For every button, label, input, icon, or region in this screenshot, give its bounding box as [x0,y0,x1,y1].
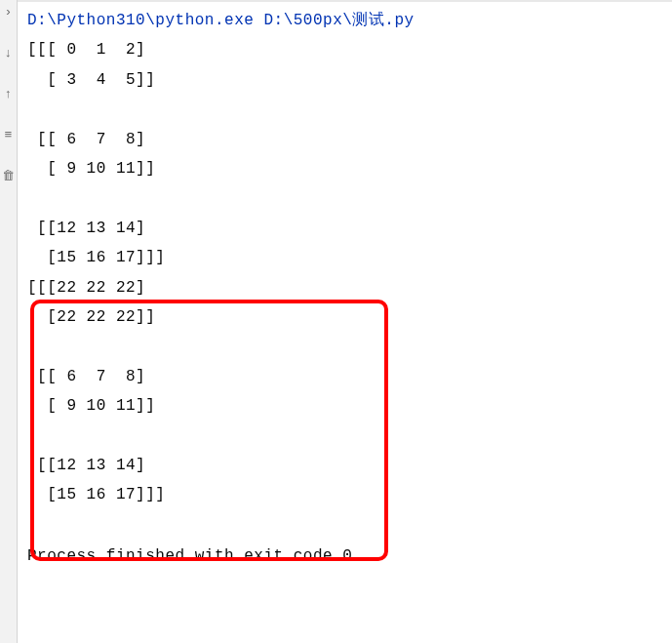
output-line: [[12 13 14] [27,214,672,243]
output-line: [ 9 10 11]] [27,154,672,183]
output-line: [ 3 4 5]] [27,65,672,95]
output-line [27,183,672,213]
output-line [27,510,672,540]
chevron-right-icon[interactable]: › [2,5,16,19]
download-icon[interactable]: ↓ [2,46,16,60]
output-line [27,332,672,361]
console-gutter: › ↓ ↑ ≡ 🗑 [0,0,18,643]
output-line: [[ 6 7 8] [27,362,672,391]
output-line: [[[ 0 1 2] [27,35,672,64]
console-top-border [18,0,672,2]
output-line: [15 16 17]]] [27,243,672,272]
command-line: D:\Python310\python.exe D:\500px\测试.py [27,6,672,35]
output-line [27,421,672,450]
output-line [27,95,672,124]
console-output-area[interactable]: D:\Python310\python.exe D:\500px\测试.py [… [18,0,672,643]
arrow-up-icon[interactable]: ↑ [2,87,16,100]
output-line: [[[22 22 22] [27,273,672,302]
equalizer-icon[interactable]: ≡ [2,128,16,141]
output-line: [22 22 22]] [27,302,672,332]
output-line: [[ 6 7 8] [27,125,672,154]
exit-status: Process finished with exit code 0 [27,542,672,571]
output-line: [15 16 17]]] [27,480,672,509]
output-line: [[12 13 14] [27,451,672,480]
trash-icon[interactable]: 🗑 [2,169,16,182]
output-line: [ 9 10 11]] [27,391,672,421]
